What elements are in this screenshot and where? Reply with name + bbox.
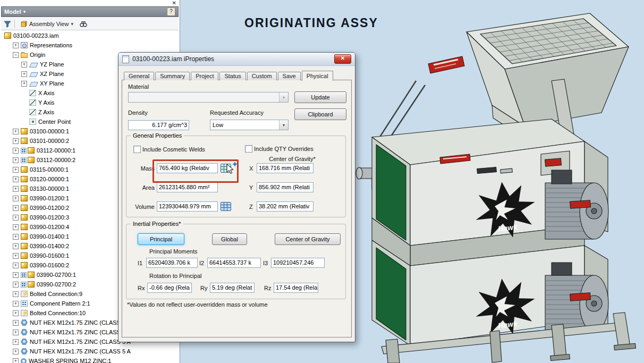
include-cosmetic-welds-checkbox[interactable] (133, 146, 141, 153)
plus-toggle-icon[interactable]: + (13, 358, 19, 363)
axis-icon (29, 99, 36, 106)
plus-toggle-icon[interactable]: + (13, 253, 19, 259)
panel-close-icon[interactable]: ✕ (172, 0, 176, 6)
cursor-icon (225, 161, 239, 175)
tab-summary[interactable]: Summary (155, 72, 190, 80)
include-qty-overrides-checkbox[interactable] (245, 145, 252, 153)
mass-field[interactable]: 765.490 kg (Relativ (157, 163, 218, 173)
i3-field[interactable]: 109210457.246 (271, 258, 325, 268)
help-button[interactable]: ? (167, 7, 175, 16)
tree-item-label: 03990-01200:3 (30, 214, 69, 221)
plus-toggle-icon[interactable]: + (21, 81, 27, 87)
assembly-icon (28, 281, 35, 288)
tree-item-label: X Axis (38, 90, 55, 96)
plus-toggle-icon[interactable]: + (13, 43, 19, 48)
dialog-titlebar[interactable]: 03100-00223.iam iProperties ✕ (118, 53, 355, 66)
accuracy-select[interactable]: Low ▼ (210, 120, 289, 130)
assembly-icon (4, 32, 11, 39)
center-of-gravity-button[interactable]: Center of Gravity (275, 233, 341, 245)
tree-item-label: Bolted Connection:9 (30, 291, 82, 297)
material-select[interactable]: ▼ (128, 92, 289, 103)
filter-icon[interactable] (4, 20, 11, 28)
plus-toggle-icon[interactable]: + (13, 310, 19, 316)
plus-toggle-icon[interactable]: + (13, 234, 19, 240)
plus-toggle-icon[interactable]: + (13, 301, 19, 307)
i2-field[interactable]: 66414553.737 k (207, 258, 261, 268)
chevron-down-icon: ▼ (279, 120, 288, 130)
override-footnote: *Values do not reflect user-overridden m… (127, 301, 268, 308)
tab-project[interactable]: Project (191, 72, 218, 80)
find-icon[interactable] (79, 20, 88, 28)
plus-toggle-icon[interactable]: + (13, 196, 19, 201)
nut-icon (21, 319, 28, 326)
close-button[interactable]: ✕ (334, 54, 351, 64)
plus-toggle-icon[interactable]: + (13, 148, 19, 154)
area-field[interactable]: 26123145.880 mm² (157, 182, 218, 192)
clipboard-button[interactable]: Clipboard (294, 108, 346, 120)
tree-item-label: 03990-01600:2 (30, 262, 69, 268)
tree-item[interactable]: +NUT HEX M12x1.75 ZINC (CLASS 5 A (1, 347, 179, 356)
tree-item[interactable]: +Representations (1, 40, 179, 50)
rx-field[interactable]: -0.66 deg (Rela (147, 283, 192, 293)
tab-custom[interactable]: Custom (247, 72, 277, 80)
point-icon (29, 119, 36, 125)
rz-field[interactable]: 17.54 deg (Rela (274, 283, 318, 293)
global-button[interactable]: Global (212, 233, 247, 245)
plus-toggle-icon[interactable]: + (13, 291, 19, 297)
tree-item[interactable]: +WASHER SPRING M12 ZINC:1 (1, 356, 179, 363)
washer-icon (21, 358, 27, 363)
plus-toggle-icon[interactable]: + (13, 167, 19, 173)
axis-icon (29, 109, 36, 115)
cog-z-field[interactable]: 38.202 mm (Relativ (257, 201, 313, 212)
plus-toggle-icon[interactable]: + (13, 224, 19, 230)
plus-toggle-icon[interactable]: + (13, 176, 19, 182)
plus-toggle-icon[interactable]: + (13, 330, 19, 335)
tree-item-label: XZ Plane (40, 71, 64, 77)
hopper (428, 13, 629, 139)
i1-field[interactable]: 65204039.706 k (146, 258, 198, 268)
density-field[interactable]: 6.177 g/cm^3 (128, 120, 189, 130)
accuracy-label: Requested Accuracy (210, 109, 264, 116)
plus-toggle-icon[interactable]: + (13, 272, 19, 278)
plus-toggle-icon[interactable]: + (13, 349, 19, 354)
tree-item-label: 03990-01200:4 (30, 224, 69, 230)
plus-toggle-icon[interactable]: + (13, 320, 19, 326)
minus-toggle-icon[interactable]: − (13, 52, 19, 58)
plus-toggle-icon[interactable]: + (13, 263, 19, 268)
tree-item-label: 03990-02700:1 (37, 272, 76, 278)
plus-toggle-icon[interactable]: + (13, 215, 19, 221)
inertial-properties-legend: Inertial Properties* (131, 221, 183, 227)
plus-toggle-icon[interactable]: + (21, 62, 27, 67)
plus-toggle-icon[interactable]: + (13, 243, 19, 249)
tree-item[interactable]: 03100-00223.iam (1, 31, 179, 40)
browser-title: Model (4, 9, 21, 15)
plus-toggle-icon[interactable]: + (13, 339, 19, 345)
view-mode-label: Assembly View (29, 21, 69, 27)
plus-toggle-icon[interactable]: + (13, 138, 19, 144)
volume-field[interactable]: 123930448.979 mm (157, 201, 218, 212)
plus-toggle-icon[interactable]: + (13, 186, 19, 192)
plus-toggle-icon[interactable]: + (13, 157, 19, 163)
plus-toggle-icon[interactable]: + (13, 282, 19, 288)
update-button[interactable]: Update (294, 91, 346, 103)
tree-item-label: Bolted Connection:10 (30, 310, 86, 316)
plus-toggle-icon[interactable]: + (13, 129, 19, 134)
ry-field[interactable]: 5.19 deg (Relat (210, 283, 255, 293)
plus-toggle-icon[interactable]: + (21, 71, 27, 77)
cog-y-field[interactable]: 856.902 mm (Relati (257, 182, 313, 192)
tab-general[interactable]: General (124, 72, 154, 80)
plus-toggle-icon[interactable]: + (13, 205, 19, 211)
principal-button[interactable]: Principal (138, 233, 184, 245)
i2-label: I2 (199, 260, 204, 266)
tab-physical[interactable]: Physical (302, 71, 333, 81)
tab-status[interactable]: Status (219, 72, 245, 80)
assembly-view-dropdown[interactable]: Assembly View ▾ (18, 19, 76, 29)
update-volume-icon[interactable] (221, 202, 231, 211)
cog-x-field[interactable]: 168.716 mm (Relati (257, 163, 313, 173)
plane-icon (29, 63, 38, 67)
tree-item-label: 03990-02700:2 (37, 281, 76, 288)
browser-header[interactable]: Model ▾ ? (1, 6, 179, 17)
tab-save[interactable]: Save (278, 72, 301, 80)
assembly-icon (21, 224, 28, 230)
pattern-icon (21, 300, 28, 307)
